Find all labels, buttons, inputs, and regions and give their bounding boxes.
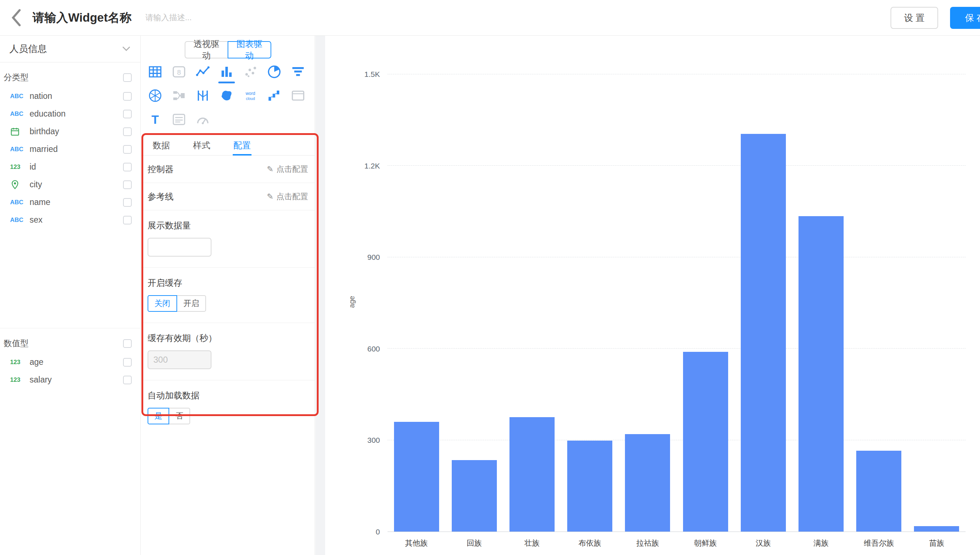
line-chart-icon[interactable] — [191, 60, 215, 84]
back-arrow-icon — [10, 8, 22, 27]
cache-expire-section: 缓存有效期（秒） — [141, 323, 315, 380]
number-type-icon: 123 — [10, 359, 30, 366]
field-row[interactable]: city — [0, 176, 140, 193]
text-chart-icon[interactable]: T — [143, 107, 167, 132]
china-map-chart-icon[interactable] — [215, 84, 239, 107]
tab-style[interactable]: 样式 — [193, 135, 210, 155]
field-name: sex — [30, 215, 43, 225]
field-checkbox[interactable] — [123, 92, 132, 101]
cache-expire-label: 缓存有效期（秒） — [147, 332, 308, 344]
save-button[interactable]: 保 存 — [950, 7, 980, 29]
bar-column — [388, 74, 445, 531]
cache-toggle-group: 关闭开启 — [147, 295, 308, 312]
svg-text:T: T — [152, 113, 159, 126]
view-selector[interactable]: 人员信息 — [0, 36, 140, 63]
x-category-label: 满族 — [792, 538, 850, 548]
auto-load-option-0[interactable]: 是 — [147, 408, 169, 424]
tab-data[interactable]: 数据 — [153, 135, 170, 155]
x-category-label: 拉祜族 — [619, 538, 677, 548]
field-checkbox[interactable] — [123, 127, 132, 136]
bar-chart-icon[interactable] — [215, 60, 239, 84]
x-category-label: 朝鲜族 — [677, 538, 734, 548]
back-button[interactable] — [10, 8, 22, 27]
sankey-chart-icon[interactable] — [167, 84, 191, 107]
chart-drive-button[interactable]: 图表驱动 — [228, 41, 271, 58]
bar-column — [792, 74, 850, 531]
gauge-chart-icon[interactable] — [191, 107, 215, 132]
widget-name-input[interactable]: 请输入Widget名称 — [32, 10, 132, 26]
field-checkbox[interactable] — [123, 163, 132, 172]
x-category-label: 其他族 — [388, 538, 445, 548]
x-category-label: 壮族 — [503, 538, 561, 548]
field-row[interactable]: ABCnation — [0, 87, 140, 105]
field-name: education — [30, 109, 66, 119]
table-chart-icon[interactable] — [143, 60, 167, 84]
waterfall-chart-icon[interactable] — [262, 84, 286, 107]
bar — [452, 460, 497, 531]
svg-text:word: word — [245, 91, 255, 96]
cache-option-0[interactable]: 关闭 — [147, 295, 177, 312]
config-panel: 控制器 ✎ 点击配置 参考线 ✎ 点击配置 展示数据量 开启缓存 关闭开启 缓存… — [141, 156, 315, 435]
field-row[interactable]: birthday — [0, 123, 140, 140]
iframe-chart-icon[interactable] — [286, 84, 310, 107]
cache-expire-input — [147, 350, 211, 369]
display-count-input[interactable] — [147, 238, 211, 257]
reference-line-configure-text: 点击配置 — [276, 191, 308, 202]
field-checkbox[interactable] — [123, 216, 132, 225]
x-category-label: 回族 — [445, 538, 503, 548]
top-toolbar: 请输入Widget名称 请输入描述... 设 置 保 存 — [0, 0, 980, 36]
field-checkbox[interactable] — [123, 180, 132, 189]
parallel-chart-icon[interactable] — [191, 84, 215, 107]
number-type-icon: 123 — [10, 376, 30, 383]
field-row[interactable]: ABCmarried — [0, 140, 140, 158]
bar — [567, 441, 612, 531]
field-sections: 分类型ABCnationABCeducationbirthdayABCmarri… — [0, 63, 140, 555]
bar-column — [619, 74, 677, 531]
reference-line-configure-link[interactable]: ✎ 点击配置 — [267, 191, 308, 202]
field-row[interactable]: 123salary — [0, 371, 140, 389]
cache-label: 开启缓存 — [147, 277, 308, 289]
section-checkbox[interactable] — [123, 73, 132, 82]
controller-configure-link[interactable]: ✎ 点击配置 — [267, 164, 308, 175]
plot-area — [388, 74, 966, 532]
bar-series — [388, 74, 966, 531]
field-section: 分类型ABCnationABCeducationbirthdayABCmarri… — [0, 63, 140, 229]
scorecard-chart-icon[interactable]: 8 — [167, 60, 191, 84]
auto-load-option-1[interactable]: 否 — [168, 408, 190, 424]
y-tick-label: 600 — [367, 345, 380, 353]
field-row[interactable]: ABCeducation — [0, 105, 140, 123]
widget-description-input[interactable]: 请输入描述... — [146, 12, 192, 23]
scatter-chart-icon[interactable] — [239, 60, 262, 84]
field-checkbox[interactable] — [123, 375, 132, 384]
pie-chart-icon[interactable] — [262, 60, 286, 84]
wordcloud-chart-icon[interactable]: wordcloud — [239, 84, 262, 107]
field-checkbox[interactable] — [123, 110, 132, 119]
controller-label: 控制器 — [147, 164, 173, 175]
section-checkbox[interactable] — [123, 339, 132, 348]
bar — [741, 134, 786, 531]
field-checkbox[interactable] — [123, 145, 132, 154]
radar-chart-icon[interactable] — [143, 84, 167, 107]
settings-button[interactable]: 设 置 — [890, 7, 938, 29]
field-row[interactable]: 123id — [0, 158, 140, 176]
tab-config[interactable]: 配置 — [234, 135, 251, 155]
svg-text:cloud: cloud — [246, 96, 255, 101]
funnel-chart-icon[interactable] — [286, 60, 310, 84]
field-row[interactable]: 123age — [0, 353, 140, 371]
bar — [625, 434, 670, 531]
cache-option-1[interactable]: 开启 — [176, 295, 206, 312]
y-tick-label: 1.5K — [364, 70, 380, 79]
string-type-icon: ABC — [10, 146, 30, 153]
field-row[interactable]: ABCsex — [0, 211, 140, 229]
pivot-drive-button[interactable]: 透视驱动 — [184, 41, 228, 58]
string-type-icon: ABC — [10, 93, 30, 100]
x-axis-labels: 其他族回族壮族布依族拉祜族朝鲜族汉族满族维吾尔族苗族 — [388, 538, 966, 548]
field-row[interactable]: ABCname — [0, 193, 140, 211]
auto-load-section: 自动加载数据 是否 — [141, 380, 315, 435]
field-name: birthday — [30, 127, 59, 136]
field-checkbox[interactable] — [123, 358, 132, 367]
geo-type-icon — [10, 180, 30, 189]
field-checkbox[interactable] — [123, 198, 132, 207]
rich-text-chart-icon[interactable] — [167, 107, 191, 132]
bar — [509, 417, 555, 531]
